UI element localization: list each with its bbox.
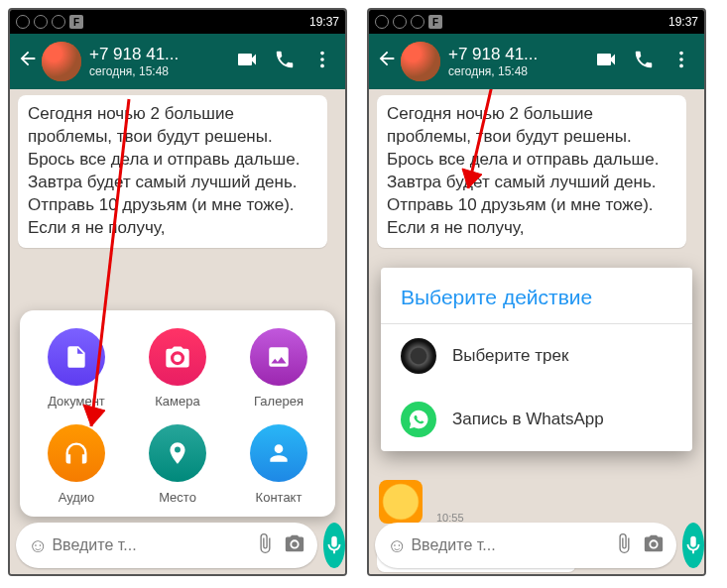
status-icon	[375, 15, 389, 29]
chat-title: +7 918 41...	[448, 45, 587, 64]
camera-icon	[149, 328, 206, 386]
chat-subtitle: сегодня, 15:48	[448, 64, 587, 78]
chat-header: +7 918 41... сегодня, 15:48	[10, 34, 345, 89]
status-icon	[393, 15, 407, 29]
svg-point-10	[652, 541, 658, 547]
status-icon: F	[69, 15, 83, 29]
chat-title: +7 918 41...	[89, 45, 228, 64]
status-clock: 19:37	[668, 15, 698, 29]
mic-button[interactable]	[323, 523, 345, 568]
video-call-button[interactable]	[587, 48, 625, 76]
message-input[interactable]	[411, 536, 609, 554]
attach-camera[interactable]: Камера	[127, 328, 228, 409]
status-icon	[16, 15, 30, 29]
attach-icon[interactable]	[250, 532, 280, 559]
message-time: 10:55	[436, 512, 464, 524]
chat-area: Сегодня ночью 2 большие проблемы, твои б…	[10, 89, 345, 574]
status-icon: F	[428, 15, 442, 29]
status-clock: 19:37	[309, 15, 339, 29]
svg-point-7	[679, 51, 683, 55]
svg-point-9	[679, 63, 683, 67]
sticker-message[interactable]	[379, 480, 423, 524]
chat-area: Сегодня ночью 2 большие проблемы, твои б…	[369, 89, 704, 574]
speaker-icon	[401, 338, 436, 374]
dialog-option-pick-track[interactable]: Выберите трек	[381, 324, 692, 388]
emoji-icon[interactable]: ☺	[24, 534, 52, 557]
action-dialog: Выберите действие Выберите трек Запись в…	[381, 268, 692, 451]
attach-audio[interactable]: Аудио	[26, 424, 127, 505]
svg-point-8	[679, 58, 683, 61]
status-icon	[52, 15, 65, 29]
status-bar: F 19:37	[369, 10, 704, 34]
svg-point-3	[174, 354, 181, 361]
phone-left: F 19:37 +7 918 41... сегодня, 15:48	[8, 8, 347, 576]
mic-button[interactable]	[682, 523, 704, 568]
dialog-option-record-whatsapp[interactable]: Запись в WhatsApp	[381, 388, 692, 451]
location-icon	[149, 424, 206, 482]
attachment-sheet: Документ Камера Галерея	[20, 310, 335, 517]
message-input-bar: ☺	[375, 523, 698, 568]
attach-contact[interactable]: Контакт	[228, 424, 329, 505]
chat-subtitle: сегодня, 15:48	[89, 64, 228, 78]
headphones-icon	[48, 424, 105, 482]
dialog-title: Выберите действие	[381, 268, 692, 324]
message-input-bar: ☺	[16, 523, 339, 568]
camera-input-icon[interactable]	[280, 532, 309, 559]
chat-title-block[interactable]: +7 918 41... сегодня, 15:48	[89, 45, 228, 78]
back-button[interactable]	[373, 48, 401, 75]
document-icon	[48, 328, 105, 386]
avatar[interactable]	[42, 42, 81, 81]
attach-icon[interactable]	[609, 532, 639, 559]
voice-call-button[interactable]	[625, 49, 663, 75]
chat-header: +7 918 41... сегодня, 15:48	[369, 34, 704, 89]
chat-title-block[interactable]: +7 918 41... сегодня, 15:48	[448, 45, 587, 78]
attach-location[interactable]: Место	[127, 424, 228, 505]
status-icon	[411, 15, 424, 29]
menu-button[interactable]	[663, 49, 700, 75]
svg-point-2	[320, 63, 324, 67]
back-button[interactable]	[14, 48, 42, 75]
video-call-button[interactable]	[228, 48, 266, 76]
status-icon	[34, 15, 48, 29]
camera-input-icon[interactable]	[639, 532, 668, 559]
gallery-icon	[250, 328, 307, 386]
voice-call-button[interactable]	[266, 49, 303, 75]
svg-point-1	[320, 58, 324, 61]
incoming-message[interactable]: Сегодня ночью 2 большие проблемы, твои б…	[18, 95, 327, 248]
contact-icon	[250, 424, 307, 482]
phone-right: F 19:37 +7 918 41... сегодня, 15:48	[367, 8, 706, 576]
svg-point-4	[293, 541, 299, 547]
incoming-message[interactable]: Сегодня ночью 2 большие проблемы, твои б…	[377, 95, 686, 248]
emoji-icon[interactable]: ☺	[383, 534, 411, 557]
status-bar: F 19:37	[10, 10, 345, 34]
menu-button[interactable]	[303, 49, 341, 75]
whatsapp-icon	[401, 402, 436, 437]
attach-document[interactable]: Документ	[26, 328, 127, 409]
avatar[interactable]	[401, 42, 440, 81]
message-input[interactable]	[52, 536, 250, 554]
attach-gallery[interactable]: Галерея	[228, 328, 329, 409]
svg-point-0	[320, 51, 324, 55]
